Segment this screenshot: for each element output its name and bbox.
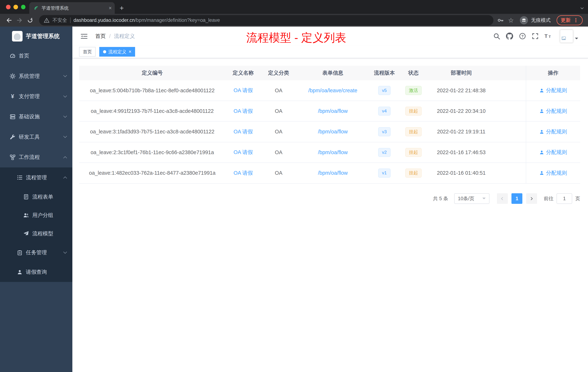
definition-name-link[interactable]: OA 请假 [234,108,253,115]
table-row: oa_leave:2:3c1f0ef1-76b1-11ec-9c66-a2380… [79,142,580,163]
browser-update-button[interactable]: 更新 ⋮ [556,15,583,25]
sidebar-item-workflow[interactable]: 工作流程 [0,147,72,167]
password-key-icon[interactable] [497,17,504,23]
sidebar-item-process-manage[interactable]: 流程管理 [0,167,72,188]
svg-text:?: ? [521,34,524,38]
new-tab-button[interactable]: + [120,4,124,12]
bookmark-star-icon[interactable]: ☆ [508,17,514,23]
sidebar-item-user-group[interactable]: 用户分组 [0,206,72,224]
sidebar-item-home[interactable]: 首页 [0,46,72,66]
form-info-link[interactable]: /bpm/oa/leave/create [308,88,357,94]
logo-avatar [12,31,22,42]
tag-process-definition[interactable]: 流程定义 × [99,47,135,57]
sidebar-collapse-icon[interactable] [72,27,92,46]
definition-category: OA [261,80,296,100]
table-row: oa_leave:3:1fad3d93-7b75-11ec-a3c8-acde4… [79,121,580,142]
process-manage-icon [17,174,23,181]
chevron-down-icon [63,74,67,77]
tab-search-caret-icon[interactable] [580,5,584,12]
browser-window: 芋道管理系统 × + 不安全 dashboard.yudao.iocoder.c… [0,0,588,372]
col-definition-category: 定义分类 [261,66,296,80]
browser-tab[interactable]: 芋道管理系统 × [29,2,115,14]
breadcrumb-separator: / [109,33,111,39]
tab-favicon-icon [33,5,39,11]
app-logo: 芋道管理系统 [0,27,72,46]
definition-name-link[interactable]: OA 请假 [234,128,253,135]
close-window-button[interactable] [6,5,10,9]
assign-rule-link[interactable]: 分配规则 [539,128,567,135]
goto-page-input[interactable] [556,193,572,204]
form-info-link[interactable]: /bpm/oa/flow [318,129,348,135]
sidebar-item-payment[interactable]: ¥ 支付管理 [0,86,72,107]
page-size-select[interactable]: 10条/页 [454,193,489,204]
browser-menu-icon[interactable]: ⋮ [573,18,578,23]
assign-rule-link[interactable]: 分配规则 [539,87,567,94]
reload-button[interactable] [25,15,35,26]
tab-close-icon[interactable]: × [109,5,112,11]
workflow-icon [10,154,16,161]
col-form-info: 表单信息 [296,66,369,80]
definition-category: OA [261,101,296,121]
sidebar-item-leave-query[interactable]: 请假查询 [0,263,72,282]
tag-home[interactable]: 首页 [79,47,96,57]
tab-title: 芋道管理系统 [42,5,106,11]
task-icon [17,250,23,256]
minimize-window-button[interactable] [13,5,18,9]
definition-name-link[interactable]: OA 请假 [234,87,253,94]
sidebar-item-system[interactable]: 系统管理 [0,66,72,86]
sidebar-item-devtools[interactable]: 研发工具 [0,127,72,147]
person-icon [539,171,544,175]
page-1-button[interactable]: 1 [512,193,522,204]
svg-text:T: T [545,33,548,39]
fullscreen-icon[interactable] [532,33,538,40]
definition-name-link[interactable]: OA 请假 [234,169,253,177]
window-controls [0,0,29,14]
search-icon[interactable] [493,33,500,40]
form-info-link[interactable]: /bpm/oa/flow [318,149,348,155]
assign-rule-link[interactable]: 分配规则 [539,149,567,156]
toolbar-right: ☆ 无痕模式 更新 ⋮ [497,15,584,25]
sidebar-item-infrastructure[interactable]: 基础设施 [0,107,72,127]
sidebar-item-task-manage[interactable]: 任务管理 [0,243,72,262]
address-bar[interactable]: 不安全 dashboard.yudao.iocoder.cn/bpm/manag… [39,15,494,26]
definition-category: OA [261,121,296,142]
chevron-down-icon [63,94,67,98]
tag-close-icon[interactable]: × [128,49,131,54]
github-icon[interactable] [506,33,513,40]
version-badge: v3 [378,127,390,136]
chevron-down-icon [63,250,67,254]
not-secure-warning-icon [44,17,50,23]
zoom-window-button[interactable] [21,5,26,9]
assign-rule-link[interactable]: 分配规则 [539,169,567,177]
avatar[interactable] [560,30,573,43]
breadcrumb-home-link[interactable]: 首页 [95,33,106,40]
form-info-link[interactable]: /bpm/oa/flow [318,108,348,114]
sidebar-item-process-form[interactable]: 流程表单 [0,188,72,206]
definition-id: oa_leave:5:004b710b-7b8a-11ec-8ef0-acde4… [79,80,225,100]
person-icon [539,88,544,93]
forward-button[interactable] [14,15,25,26]
goto-label: 前往 [544,195,554,202]
font-size-icon[interactable]: TT [545,33,552,40]
page-content: 定义编号 定义名称 定义分类 表单信息 流程版本 状态 部署时间 操作 oa_l… [72,58,588,372]
definition-id: oa_leave:3:1fad3d93-7b75-11ec-a3c8-acde4… [79,121,225,142]
user-menu[interactable] [560,30,578,43]
version-badge: v4 [378,107,390,116]
next-page-button[interactable] [526,193,537,204]
sidebar-menu: 首页 系统管理 ¥ 支付管理 [0,46,72,282]
dashboard-icon [10,53,16,59]
prev-page-button[interactable] [497,193,508,204]
sidebar-item-process-model[interactable]: 流程模型 [0,224,72,243]
definition-category: OA [261,142,296,163]
page-jumper: 前往 页 [544,193,580,204]
definition-name-link[interactable]: OA 请假 [234,149,253,156]
question-icon[interactable]: ? [519,33,526,40]
form-info-link[interactable]: /bpm/oa/flow [318,170,348,176]
chevron-down-icon [482,198,486,201]
back-button[interactable] [4,15,14,26]
col-definition-name: 定义名称 [225,66,261,80]
assign-rule-link[interactable]: 分配规则 [539,108,567,115]
status-badge: 挂起 [405,148,422,157]
status-badge: 激活 [405,86,422,95]
total-count: 共 5 条 [433,195,448,202]
